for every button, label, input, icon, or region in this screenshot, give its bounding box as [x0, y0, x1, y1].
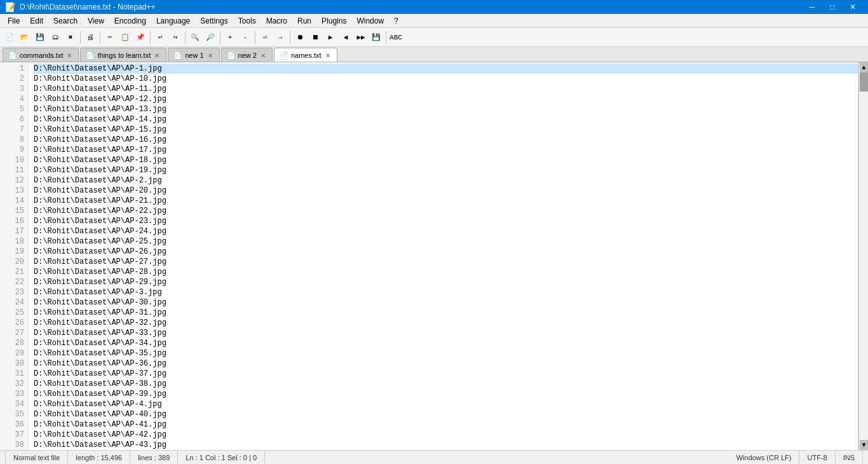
code-line: D:\Rohit\Dataset\AP\AP-37.jpg [34, 369, 858, 379]
code-line: D:\Rohit\Dataset\AP\AP-10.jpg [34, 74, 858, 84]
line-number: 21 [0, 267, 24, 277]
code-line: D:\Rohit\Dataset\AP\AP-35.jpg [34, 348, 858, 358]
menu-edit[interactable]: Edit [25, 15, 48, 27]
line-number: 26 [0, 318, 24, 328]
line-number: 3 [0, 84, 24, 94]
macro-next-button[interactable]: ▶▶ [354, 31, 368, 44]
line-number: 22 [0, 277, 24, 287]
tab-things-close[interactable]: ✕ [153, 51, 161, 60]
scrollbar[interactable]: ▲ ▼ [858, 62, 868, 450]
line-number: 11 [0, 165, 24, 175]
print-button[interactable]: 🖨 [83, 31, 97, 44]
undo-button[interactable]: ↩ [153, 31, 167, 44]
menu-macro[interactable]: Macro [261, 15, 292, 27]
code-line: D:\Rohit\Dataset\AP\AP-14.jpg [34, 114, 858, 125]
menu-tools[interactable]: Tools [233, 15, 261, 27]
macro-save-button[interactable]: 💾 [369, 31, 383, 44]
copy-button[interactable]: 📋 [118, 31, 132, 44]
menu-file[interactable]: File [3, 15, 25, 27]
paste-button[interactable]: 📌 [133, 31, 147, 44]
save-all-button[interactable]: 🗂 [48, 31, 62, 44]
find-button[interactable]: 🔍 [188, 31, 202, 44]
menu-plugins[interactable]: Plugins [316, 15, 351, 27]
line-number: 19 [0, 247, 24, 257]
code-line: D:\Rohit\Dataset\AP\AP-33.jpg [34, 328, 858, 338]
line-number: 35 [0, 409, 24, 420]
app-icon: 📝 [5, 2, 16, 12]
menu-help[interactable]: ? [389, 15, 403, 27]
tab-commands[interactable]: 📄 commands.txt ✕ [3, 48, 79, 62]
status-bar: Normal text file length : 15,496 lines :… [0, 450, 868, 464]
code-line: D:\Rohit\Dataset\AP\AP-3.jpg [34, 287, 858, 297]
close-button[interactable]: ✕ [843, 0, 863, 14]
line-numbers: 1234567891011121314151617181920212223242… [0, 62, 29, 450]
maximize-button[interactable]: □ [822, 0, 843, 14]
code-line: D:\Rohit\Dataset\AP\AP-30.jpg [34, 297, 858, 308]
find-replace-button[interactable]: 🔎 [203, 31, 217, 44]
code-line: D:\Rohit\Dataset\AP\AP-18.jpg [34, 155, 858, 165]
line-number: 16 [0, 216, 24, 226]
tab-commands-close[interactable]: ✕ [65, 51, 73, 60]
title-bar-controls: ─ □ ✕ [802, 0, 863, 14]
save-button[interactable]: 💾 [33, 31, 47, 44]
menu-settings[interactable]: Settings [195, 15, 233, 27]
zoom-out-button[interactable]: - [238, 31, 252, 44]
line-number: 28 [0, 338, 24, 348]
sep6 [255, 31, 255, 44]
tab-things[interactable]: 📄 things to learn.txt ✕ [80, 48, 166, 62]
tab-new1-close[interactable]: ✕ [207, 51, 214, 60]
sep7 [290, 31, 290, 44]
new-button[interactable]: 📄 [3, 31, 17, 44]
indent-button[interactable]: → [273, 31, 287, 44]
tab-names-icon: 📄 [280, 51, 288, 60]
line-number: 37 [0, 430, 24, 440]
menu-bar: File Edit Search View Encoding Language … [0, 14, 868, 28]
code-line: D:\Rohit\Dataset\AP\AP-17.jpg [34, 145, 858, 155]
code-line: D:\Rohit\Dataset\AP\AP-22.jpg [34, 206, 858, 216]
editor[interactable]: D:\Rohit\Dataset\AP\AP-1.jpgD:\Rohit\Dat… [29, 62, 858, 450]
line-number: 2 [0, 74, 24, 84]
sep2 [100, 31, 100, 44]
code-line: D:\Rohit\Dataset\AP\AP-23.jpg [34, 216, 858, 226]
tab-things-icon: 📄 [86, 51, 95, 60]
macro-rec-button[interactable]: ⏺ [293, 31, 307, 44]
cut-button[interactable]: ✂ [103, 31, 117, 44]
spell-button[interactable]: ABC [389, 31, 403, 44]
sep4 [185, 31, 186, 44]
line-number: 6 [0, 114, 24, 125]
menu-encoding[interactable]: Encoding [109, 15, 151, 27]
zoom-in-button[interactable]: + [223, 31, 237, 44]
menu-language[interactable]: Language [151, 15, 195, 27]
menu-window[interactable]: Window [351, 15, 389, 27]
open-button[interactable]: 📂 [18, 31, 32, 44]
redo-button[interactable]: ↪ [168, 31, 182, 44]
tab-names-close[interactable]: ✕ [324, 51, 332, 60]
tab-names-label: names.txt [291, 51, 322, 59]
macro-prev-button[interactable]: ◀ [339, 31, 353, 44]
menu-run[interactable]: Run [292, 15, 316, 27]
line-number: 20 [0, 257, 24, 267]
line-number: 34 [0, 399, 24, 409]
tab-new2-close[interactable]: ✕ [259, 51, 267, 60]
code-line: D:\Rohit\Dataset\AP\AP-39.jpg [34, 389, 858, 399]
tab-new1[interactable]: 📄 new 1 ✕ [168, 48, 219, 62]
status-lines: lines : 389 [130, 451, 178, 464]
tab-new2[interactable]: 📄 new 2 ✕ [221, 48, 273, 62]
macro-stop-button[interactable]: ⏹ [308, 31, 322, 44]
code-line: D:\Rohit\Dataset\AP\AP-34.jpg [34, 338, 858, 348]
tab-names[interactable]: 📄 names.txt ✕ [274, 48, 337, 62]
minimize-button[interactable]: ─ [802, 0, 822, 14]
wrap-button[interactable]: ⏎ [258, 31, 272, 44]
menu-search[interactable]: Search [48, 15, 83, 27]
close-button-tb[interactable]: ✖ [64, 31, 78, 44]
code-line: D:\Rohit\Dataset\AP\AP-16.jpg [34, 135, 858, 145]
tab-new1-icon: 📄 [173, 51, 182, 60]
status-length: length : 15,496 [68, 451, 130, 464]
tab-new2-label: new 2 [238, 51, 257, 59]
macro-play-button[interactable]: ▶ [323, 31, 337, 44]
title-text: D:\Rohit\Dataset\names.txt - Notepad++ [20, 3, 155, 11]
line-number: 10 [0, 155, 24, 165]
menu-view[interactable]: View [83, 15, 109, 27]
title-bar-left: 📝 D:\Rohit\Dataset\names.txt - Notepad++ [5, 2, 155, 12]
code-line: D:\Rohit\Dataset\AP\AP-26.jpg [34, 247, 858, 257]
